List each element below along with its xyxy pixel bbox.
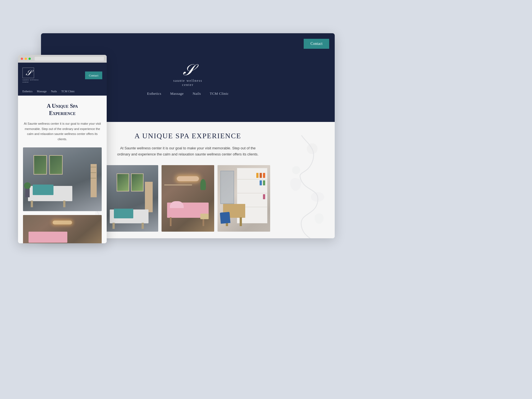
desktop-logo-symbol: 𝒮 [182, 62, 193, 78]
mobile-photo-2 [23, 215, 102, 243]
mobile-logo: 𝒮 saunte wellness center [22, 68, 39, 83]
desktop-logo-name: saunte wellness center [173, 79, 203, 87]
mobile-nav-tcm[interactable]: TCM Clinic [61, 90, 75, 93]
mobile-content: A Unique Spa Experience At Saunte wellne… [18, 96, 107, 243]
desktop-nav-nails[interactable]: Nails [193, 91, 201, 96]
mobile-nav-massage[interactable]: Massage [37, 90, 47, 93]
mobile-nav-esthetics[interactable]: Esthetics [22, 90, 32, 93]
browser-dot-red [21, 58, 23, 60]
desktop-nav-tcm[interactable]: TCM Clinic [210, 91, 229, 96]
desktop-contact-button[interactable]: Contact [304, 39, 329, 49]
desktop-nav-esthetics[interactable]: Esthetics [147, 91, 161, 96]
mobile-main-title: A Unique Spa Experience [23, 102, 102, 117]
browser-dot-yellow [25, 58, 27, 60]
desktop-nav: Esthetics Massage Nails TCM Clinic [147, 91, 229, 96]
desktop-logo-area: 𝒮 saunte wellness center [173, 59, 203, 87]
mobile-contact-button[interactable]: Contact [85, 71, 102, 79]
mobile-photo-1 [23, 147, 102, 211]
desktop-nav-massage[interactable]: Massage [170, 91, 184, 96]
desktop-photo-2 [162, 165, 214, 232]
mobile-browser-window: 𝒮 saunte wellness center Contact Estheti… [18, 55, 107, 243]
address-bar[interactable] [35, 57, 104, 61]
mobile-logo-symbol: 𝒮 [25, 69, 31, 77]
desktop-photo-1 [106, 165, 158, 232]
desktop-photo-3 [218, 165, 270, 232]
desktop-main-description: At Saunte wellness center it is our goal… [116, 145, 260, 157]
mobile-browser-bar [18, 55, 107, 63]
mobile-nav: Esthetics Massage Nails TCM Clinic [18, 87, 107, 96]
mobile-header: 𝒮 saunte wellness center Contact [18, 63, 107, 87]
mobile-logo-name: saunte wellness center [22, 79, 39, 83]
browser-dot-green [29, 58, 31, 60]
mobile-main-description: At Saunte wellness center it is our goal… [23, 121, 102, 142]
mobile-nav-nails[interactable]: Nails [51, 90, 57, 93]
